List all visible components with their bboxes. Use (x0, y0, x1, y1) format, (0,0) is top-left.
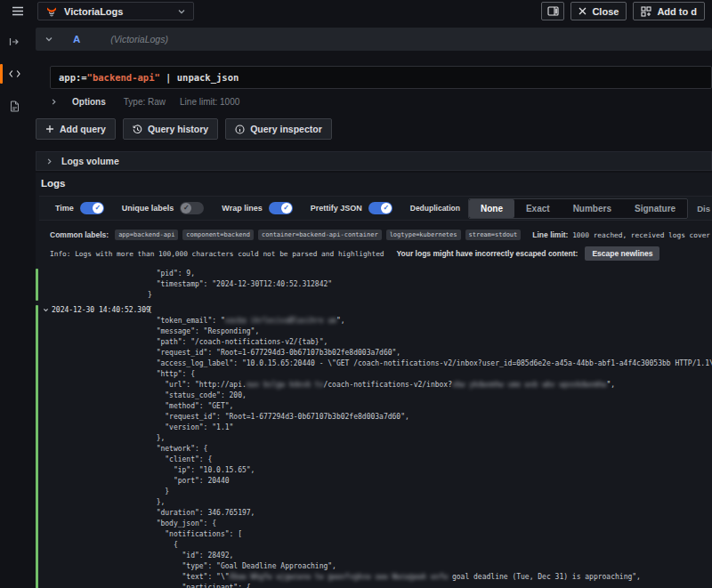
history-icon (133, 125, 142, 134)
log-gutter: 2024-12-30 14:40:52.309 (43, 305, 148, 588)
log-json-line: "ip": "10.0.15.65", (148, 465, 712, 476)
log-text: } (148, 291, 152, 299)
toggle-label: Prettify JSON (311, 204, 362, 213)
query-text: app:="backend-api" | unpack_json (59, 72, 239, 83)
add-to-dashboard-label: Add to d (657, 6, 697, 17)
datasource-picker[interactable]: VictoriaLogs (37, 2, 194, 20)
common-label-chip: container=backend-api-container (258, 230, 382, 240)
log-json-line: "request_id": "Root=1-677294d3-0b67107b3… (148, 412, 712, 423)
log-json-line: "client": { (148, 455, 712, 465)
dedup-radio-group: NoneExactNumbersSignature (468, 198, 688, 219)
log-json-line: "timestamp": "2024-12-30T12:40:52.312842… (148, 279, 712, 290)
info-circle-icon (235, 125, 245, 134)
chevron-right-icon (50, 98, 58, 106)
split-pane-icon (547, 6, 559, 16)
query-inspector-label: Query inspector (250, 124, 322, 134)
query-options-row[interactable]: Options Type: Raw Line limit: 1000 (50, 97, 712, 107)
toggle-switch[interactable]: ✓ (80, 202, 104, 214)
log-json-line: }, (148, 433, 712, 444)
victorialogs-logo-icon (45, 5, 58, 18)
log-text: "request_id": "Root=1-677294d3-0b67107b3… (148, 349, 400, 357)
toggle-time[interactable]: Time✓ (55, 202, 104, 214)
log-text: ", (336, 317, 345, 325)
dedup-option-signature[interactable]: Signature (623, 199, 687, 218)
log-text: "id": 28492, (148, 552, 233, 560)
toggle-knob-icon: ✓ (181, 203, 191, 213)
log-json-line: "participant": { (148, 583, 712, 588)
log-list: "pid": 9, "timestamp": "2024-12-30T12:40… (36, 269, 712, 588)
apps-plus-icon (641, 6, 651, 17)
log-json-body: { "token_email": "vasba ikrlecivaBlasihr… (148, 305, 712, 588)
query-row-header[interactable]: A (VictoriaLogs) (36, 28, 712, 51)
toggle-wrap-lines[interactable]: Wrap lines✓ (222, 202, 292, 214)
log-text: "http": { (148, 370, 195, 378)
add-query-button[interactable]: Add query (36, 118, 116, 140)
log-row[interactable]: "pid": 9, "timestamp": "2024-12-30T12:40… (36, 269, 712, 301)
query-inspector-button[interactable]: Query inspector (225, 118, 332, 140)
chevron-down-icon[interactable] (43, 307, 49, 313)
line-limit-note-label: Line limit: (532, 230, 568, 239)
query-ref-id: A (73, 34, 80, 44)
log-json-line: "text": "\"Xbww Wkgfw wjgwcwvw tw gwwvfv… (148, 572, 712, 583)
top-bar: VictoriaLogs Close (0, 0, 712, 22)
log-text: "token_email": " (148, 317, 225, 325)
log-text: ", (606, 381, 615, 389)
logs-volume-title: Logs volume (61, 156, 119, 166)
query-input[interactable]: app:="backend-api" | unpack_json (50, 66, 712, 89)
dedup-option-none[interactable]: None (469, 199, 514, 218)
escape-newlines-button[interactable]: Escape newlines (585, 246, 659, 261)
split-pane-button[interactable] (541, 2, 564, 20)
query-toolbar: Add query Query history (36, 118, 712, 140)
pane-arrow-icon (9, 37, 20, 46)
log-json-line: "duration": 346.765197, (148, 508, 712, 519)
topbar-actions: Close Add to d (541, 2, 705, 20)
query-segment: app:= (59, 72, 87, 83)
dedup-label: Deduplication (410, 204, 460, 213)
toggle-switch[interactable]: ✓ (368, 202, 392, 214)
redacted-text: Xbww Wkgfw wjgwcwvw tw gwwvfvgkvw uww Ww… (230, 573, 449, 581)
toggle-knob-icon: ✓ (281, 203, 292, 213)
log-gutter (43, 269, 148, 301)
add-to-dashboard-button[interactable]: Add to d (633, 2, 705, 20)
menu-toggle-button[interactable] (7, 3, 28, 20)
hamburger-icon (12, 6, 24, 16)
log-json-line: "access_log_label": "10.0.15.65:20440 - … (148, 358, 712, 369)
log-json-line: { (148, 540, 712, 551)
toggle-prettify-json[interactable]: Prettify JSON✓ (311, 202, 392, 214)
collapse-pane-button[interactable] (0, 29, 28, 54)
toggle-label: Wrap lines (222, 204, 262, 213)
log-text: "access_log_label": "10.0.15.65:20440 - … (148, 359, 712, 367)
logs-doc-icon (10, 101, 20, 112)
dedup-option-numbers[interactable]: Numbers (562, 199, 623, 218)
log-json-line: "body_json": { (148, 519, 712, 529)
query-segment: "backend-api" (87, 72, 160, 83)
display-clipped-label[interactable]: Dis (697, 204, 710, 213)
log-json-line: }, (148, 497, 712, 508)
query-history-label: Query history (148, 124, 208, 134)
close-button[interactable]: Close (570, 2, 627, 20)
toggle-switch[interactable]: ✓ (269, 202, 293, 214)
code-view-button[interactable] (0, 61, 28, 86)
line-limit-note: Line limit: 1000 reached, received logs … (532, 230, 712, 239)
query-history-button[interactable]: Query history (123, 118, 218, 140)
options-label: Options (72, 97, 106, 107)
toggle-unique-labels[interactable]: Unique labels✓ (122, 202, 205, 214)
logs-doc-button[interactable] (0, 93, 28, 118)
log-text: /coach-notifications-v2/inbox? (323, 381, 452, 389)
log-row[interactable]: 2024-12-30 14:40:52.309{ "token_email": … (36, 305, 712, 588)
log-json-line: "version": "1.1" (148, 423, 712, 433)
toggle-knob-icon: ✓ (93, 203, 103, 213)
log-text: "duration": 346.765197, (148, 509, 255, 517)
dedup-option-exact[interactable]: Exact (514, 199, 562, 218)
logs-volume-section[interactable]: Logs volume (36, 151, 712, 171)
log-text: goal deadline (Tue, Dec 31) is approachi… (448, 573, 641, 581)
log-json-line: "url": "http://api.xwv bslgw kdevb tv/co… (148, 380, 712, 391)
log-text: { (148, 541, 178, 549)
log-text: "network": { (148, 445, 207, 453)
log-json-body: "pid": 9, "timestamp": "2024-12-30T12:40… (148, 269, 712, 301)
log-text: "port": 20440 (148, 477, 230, 485)
query-datasource-hint: (VictoriaLogs) (110, 34, 168, 44)
toggle-switch[interactable]: ✓ (180, 202, 204, 214)
log-timestamp: 2024-12-30 14:40:52.309 (52, 305, 150, 316)
info-row: Info: Logs with more than 100,000 charac… (50, 246, 712, 261)
